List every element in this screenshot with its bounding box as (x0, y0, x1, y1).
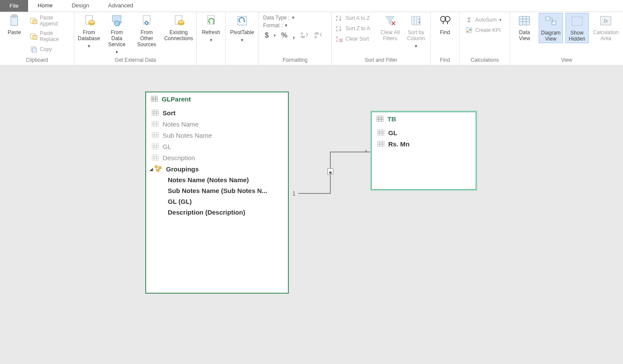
svg-rect-5 (33, 35, 37, 39)
collapse-icon[interactable]: ◢ (150, 167, 153, 171)
svg-text:A: A (336, 29, 338, 32)
dropdown-caret-icon[interactable]: ▼ (284, 23, 288, 28)
table-title: GLParent (162, 95, 191, 103)
svg-rect-69 (152, 143, 159, 149)
svg-rect-81 (157, 169, 159, 171)
decrease-decimal-icon[interactable]: .00.0 (314, 31, 323, 40)
svg-rect-79 (155, 165, 157, 168)
clear-sort-button[interactable]: AZ Clear Sort (334, 35, 376, 43)
paste-label: Paste (8, 29, 21, 35)
show-hidden-label: Show Hidden (569, 30, 585, 42)
percent-icon[interactable]: % (281, 32, 287, 39)
find-button[interactable]: Find (433, 13, 457, 36)
column-icon (377, 129, 385, 136)
sort-ztoa-button[interactable]: ZA Sort Z to A (334, 24, 376, 33)
create-kpi-button[interactable]: Create KPI (464, 26, 505, 35)
sort-by-column-button[interactable]: Sort by Column ▼ (404, 13, 428, 50)
datatype-label: Data Type : (263, 15, 290, 21)
hier-level[interactable]: Sub Notes Name (Sub Notes N... (149, 185, 285, 196)
field-notes-name[interactable]: Notes Name (149, 118, 285, 130)
group-view: Data View Diagram View Show Hidden fx Ca… (510, 12, 623, 65)
dropdown-caret-icon: ▼ (87, 43, 91, 49)
field-description[interactable]: Description (149, 152, 285, 163)
hier-level[interactable]: Description (Description) (149, 207, 285, 218)
from-database-label: From Database (78, 29, 100, 41)
dropdown-caret-icon: ▼ (115, 49, 119, 55)
group-pivot: PivotTable ▼ (226, 12, 259, 65)
group-clipboard: Paste Paste Append Paste Replace Copy (0, 12, 74, 65)
tab-file[interactable]: File (0, 0, 28, 12)
autosum-button[interactable]: Σ AutoSum ▾ (464, 16, 505, 24)
paste-button[interactable]: Paste (3, 13, 26, 36)
currency-icon[interactable]: $ (265, 32, 269, 39)
group-find: Find Find (431, 12, 460, 65)
hierarchy-groupings[interactable]: ◢ Groupings (149, 163, 285, 174)
field-gl[interactable]: GL (149, 141, 285, 152)
svg-text:A: A (336, 36, 338, 39)
field-gl[interactable]: GL (374, 127, 473, 138)
from-data-service-button[interactable]: From Data Service ▼ (104, 13, 130, 56)
tab-home[interactable]: Home (28, 0, 62, 12)
calculation-area-button[interactable]: fx Calculation Area (591, 13, 620, 42)
field-sort[interactable]: Sort (149, 107, 285, 118)
field-label: Sub Notes Name (163, 132, 212, 139)
dropdown-caret-icon[interactable]: ▾ (274, 33, 276, 38)
paste-append-icon (30, 17, 37, 24)
relationship-direction-icon[interactable] (327, 168, 333, 174)
field-label: GL (388, 129, 397, 136)
group-calculations-label: Calculations (462, 56, 507, 64)
from-database-button[interactable]: From Database ▼ (77, 13, 101, 50)
column-icon (151, 120, 159, 128)
from-other-sources-button[interactable]: From Other Sources (133, 13, 161, 48)
field-label: Rs. Mn (388, 140, 409, 148)
svg-rect-74 (152, 155, 159, 161)
calc-area-icon: fx (599, 14, 613, 28)
tab-advanced[interactable]: Advanced (99, 0, 143, 12)
table-card-tb[interactable]: TB GL Rs. Mn (371, 111, 476, 190)
refresh-button[interactable]: Refresh ▼ (199, 13, 223, 44)
diagram-canvas[interactable]: GLParent Sort Notes Name Sub Notes Name (0, 65, 623, 364)
existing-connections-button[interactable]: Existing Connections (163, 13, 194, 42)
group-formatting-label: Formatting (262, 56, 329, 64)
hier-level-label: Sub Notes Name (Sub Notes N... (168, 187, 267, 194)
svg-point-38 (470, 29, 471, 31)
tab-design[interactable]: Design (62, 0, 99, 12)
table-icon (150, 95, 158, 103)
diagram-view-button[interactable]: Diagram View (539, 13, 562, 43)
svg-rect-54 (152, 110, 159, 116)
pivottable-button[interactable]: PivotTable ▼ (228, 13, 256, 44)
svg-rect-46 (572, 17, 582, 25)
svg-text:.0: .0 (314, 35, 317, 38)
hier-level[interactable]: Notes Name (Notes Name) (149, 174, 285, 185)
paste-replace-button[interactable]: Paste Replace (29, 29, 71, 43)
clear-all-filters-button[interactable]: Clear All Filters (378, 13, 402, 42)
diagram-view-label: Diagram View (541, 30, 560, 42)
dropdown-caret-icon: ▼ (414, 43, 418, 49)
group-refresh-label (199, 56, 223, 64)
field-label: GL (163, 143, 171, 150)
data-view-icon (518, 14, 531, 28)
hierarchy-icon (155, 165, 163, 173)
hier-level[interactable]: GL (GL) (149, 196, 285, 207)
copy-button[interactable]: Copy (29, 45, 71, 54)
sort-atoz-button[interactable]: AZ Sort A to Z (334, 14, 376, 22)
table-icon (376, 115, 384, 123)
increase-decimal-icon[interactable]: .0.00 (300, 31, 309, 40)
comma-icon[interactable]: , (293, 30, 295, 40)
paste-append-button[interactable]: Paste Append (29, 14, 71, 28)
tabbar: File Home Design Advanced (0, 0, 623, 12)
database-icon (82, 14, 96, 28)
from-data-service-label: From Data Service (105, 29, 128, 47)
show-hidden-button[interactable]: Show Hidden (565, 13, 589, 43)
field-label: Notes Name (163, 120, 198, 128)
data-view-button[interactable]: Data View (513, 13, 536, 42)
sort-az-icon: AZ (336, 15, 343, 22)
refresh-label: Refresh (202, 29, 220, 35)
table-card-glparent[interactable]: GLParent Sort Notes Name Sub Notes Name (145, 92, 289, 294)
dropdown-caret-icon[interactable]: ▼ (291, 16, 295, 20)
field-sub-notes-name[interactable]: Sub Notes Name (149, 130, 285, 141)
cardinality-one-label: 1 (292, 190, 296, 197)
sort-ztoa-label: Sort Z to A (345, 25, 370, 32)
field-rs-mn[interactable]: Rs. Mn (374, 138, 473, 149)
clear-sort-label: Clear Sort (345, 36, 369, 42)
